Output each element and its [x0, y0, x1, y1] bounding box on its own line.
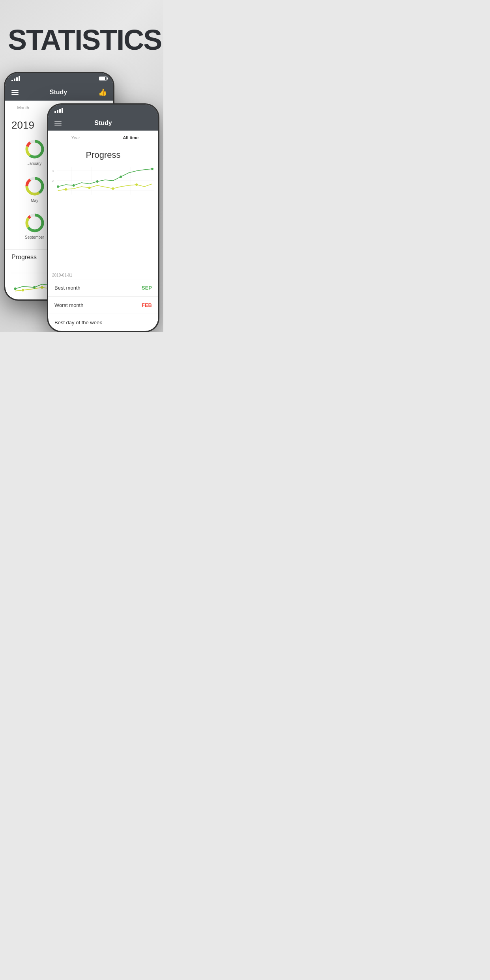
svg-point-28: [33, 286, 36, 289]
svg-point-48: [120, 176, 122, 178]
donut-september: [24, 212, 45, 234]
status-bar-front: [48, 105, 158, 116]
worst-month-value: FEB: [142, 302, 152, 308]
chart-container-front: 3 2: [48, 165, 158, 273]
svg-point-47: [96, 180, 99, 183]
tab-alltime-front[interactable]: All time: [103, 134, 159, 142]
month-label-january: January: [28, 161, 42, 166]
tab-month[interactable]: Month: [5, 104, 41, 112]
status-bar-back: [5, 73, 113, 84]
svg-point-45: [57, 185, 59, 188]
app-title-back: Study: [50, 89, 67, 96]
svg-text:2: 2: [52, 180, 54, 182]
svg-point-27: [14, 287, 17, 290]
tab-bar-front: Year All time: [48, 131, 158, 145]
month-label-september: September: [25, 235, 44, 239]
app-header-front: Study: [48, 116, 158, 131]
thumb-icon: 👍: [98, 88, 107, 97]
svg-point-33: [41, 286, 43, 289]
worst-month-row: Worst month FEB: [48, 296, 158, 314]
year-display: 2019: [11, 119, 34, 131]
signal-icon: [11, 76, 20, 81]
signal-icon-front: [54, 108, 63, 113]
best-day-label: Best day of the week: [54, 320, 102, 325]
svg-point-46: [73, 184, 75, 187]
svg-point-32: [22, 289, 24, 292]
app-title-front: Study: [94, 120, 112, 127]
phones-container: Study 👍 Month Year All time 2019 ‹ ›: [8, 72, 155, 332]
best-month-value: SEP: [142, 285, 152, 291]
stats-panel: Progress 3 2: [48, 145, 158, 331]
best-month-label: Best month: [54, 285, 80, 291]
app-header-back: Study 👍: [5, 84, 113, 101]
best-day-row: Best day of the week: [48, 314, 158, 331]
date-label: 2019-01-01: [48, 273, 158, 279]
svg-point-53: [135, 183, 138, 186]
worst-month-label: Worst month: [54, 302, 83, 308]
best-month-row: Best month SEP: [48, 279, 158, 296]
month-label-may: May: [31, 198, 38, 203]
svg-point-51: [88, 187, 91, 189]
tab-year-front[interactable]: Year: [48, 134, 103, 142]
page-title: STATISTICS: [8, 16, 155, 72]
hamburger-icon[interactable]: [11, 90, 19, 95]
battery-icon: [99, 77, 107, 80]
donut-may: [24, 176, 45, 197]
svg-point-50: [65, 188, 67, 191]
stats-title: Progress: [48, 145, 158, 165]
svg-point-52: [112, 187, 114, 190]
hamburger-icon-front[interactable]: [54, 121, 62, 125]
svg-point-49: [151, 168, 153, 170]
page-background: STATISTICS Study: [0, 0, 163, 332]
donut-january: [24, 138, 45, 160]
phone-front: Study Year All time Progress 3: [47, 103, 159, 332]
svg-text:3: 3: [52, 170, 54, 172]
